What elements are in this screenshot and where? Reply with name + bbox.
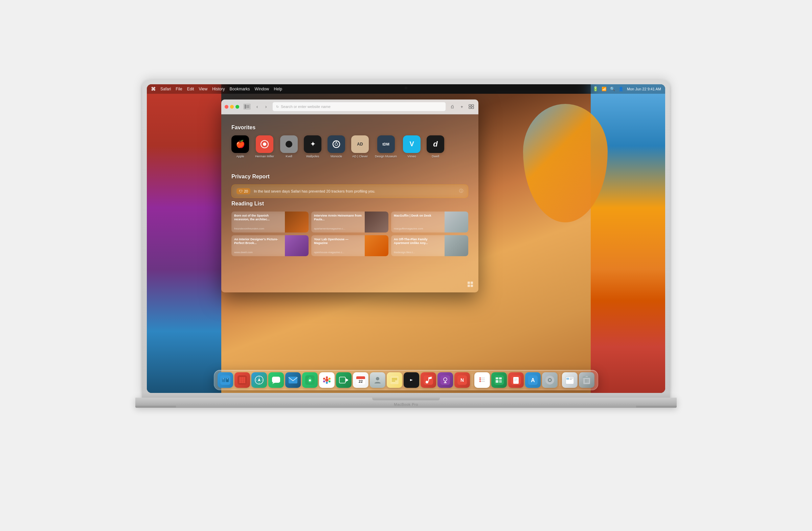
favorite-ad-label: AD | Clever bbox=[352, 155, 368, 158]
dock-maps[interactable] bbox=[302, 372, 318, 388]
reading-item-2[interactable]: Interview Armin Heinemann from Paula... … bbox=[311, 212, 388, 232]
svg-rect-1 bbox=[246, 105, 249, 106]
svg-point-24 bbox=[239, 377, 241, 379]
menu-view[interactable]: View bbox=[199, 87, 207, 91]
menu-window[interactable]: Window bbox=[255, 87, 269, 91]
svg-rect-41 bbox=[289, 377, 298, 384]
reading-title: Reading List bbox=[231, 201, 468, 207]
favorite-ad[interactable]: AD AD | Clever bbox=[351, 135, 369, 158]
reading-item-5[interactable]: Your Lab Openhouse — Magazine openhouse-… bbox=[311, 235, 388, 256]
dock-appstore[interactable]: A bbox=[525, 372, 541, 388]
dock-finder[interactable] bbox=[218, 372, 233, 388]
menu-bookmarks[interactable]: Bookmarks bbox=[230, 87, 250, 91]
address-bar-placeholder[interactable]: Search or enter website name bbox=[281, 104, 442, 109]
dock-podcasts[interactable] bbox=[437, 372, 453, 388]
reading-item-4[interactable]: An Interior Designer's Picture-Perfect B… bbox=[231, 235, 308, 256]
favorite-dm[interactable]: tDM Design Museum bbox=[375, 135, 397, 158]
dock-safari[interactable] bbox=[251, 372, 267, 388]
share-button[interactable]: ⎙ bbox=[449, 103, 456, 110]
menu-file[interactable]: File bbox=[176, 87, 182, 91]
svg-point-57 bbox=[376, 377, 379, 381]
reading-item-3[interactable]: MacGuffin | Desk on Desk macguffinmagazi… bbox=[391, 212, 468, 232]
address-bar[interactable]: ↻ Search or enter website name bbox=[272, 102, 446, 111]
dock-notes[interactable] bbox=[387, 372, 402, 388]
privacy-badge: 🛡 20 bbox=[236, 188, 250, 194]
macbook-lid: ⌘ Safari File Edit View History Bookmark… bbox=[142, 80, 670, 398]
svg-point-27 bbox=[239, 379, 241, 381]
privacy-section: Privacy Report 🛡 20 In the last seven da… bbox=[231, 174, 468, 198]
maximize-button[interactable] bbox=[235, 105, 239, 109]
reading-item-2-thumb bbox=[365, 212, 388, 232]
dock-trash[interactable] bbox=[579, 372, 594, 388]
menubar-search[interactable]: 🔍 bbox=[610, 87, 615, 91]
favorite-vimeo-icon: V bbox=[403, 135, 421, 153]
dock-pages[interactable] bbox=[508, 372, 524, 388]
dock-music[interactable] bbox=[421, 372, 436, 388]
favorite-wallpoles-label: Wallpoles bbox=[306, 155, 319, 158]
favorite-vimeo[interactable]: V Vimeo bbox=[403, 135, 421, 158]
dock-numbers[interactable] bbox=[491, 372, 507, 388]
svg-point-44 bbox=[325, 378, 329, 382]
favorite-kvell[interactable]: Kvell bbox=[280, 135, 298, 158]
customize-button[interactable] bbox=[467, 282, 474, 289]
favorite-monocle[interactable]: Monocle bbox=[328, 135, 345, 158]
svg-point-26 bbox=[243, 377, 245, 379]
wallpaper-left bbox=[147, 84, 221, 393]
dock-appletv[interactable] bbox=[404, 372, 419, 388]
close-button[interactable] bbox=[224, 105, 228, 109]
privacy-card[interactable]: 🛡 20 In the last seven days Safari has p… bbox=[231, 184, 468, 198]
reading-item-1-title: Born out of the Spanish recession, the a… bbox=[234, 214, 282, 222]
menubar-right: 🔋 📶 🔍 👤 Mon Jun 22 9:41 AM bbox=[593, 86, 661, 91]
svg-marker-40 bbox=[272, 383, 275, 384]
svg-rect-6 bbox=[469, 107, 471, 109]
reading-item-5-text: Your Lab Openhouse — Magazine openhouse-… bbox=[311, 235, 365, 256]
back-button[interactable]: ‹ bbox=[253, 103, 261, 110]
dock-messages[interactable] bbox=[268, 372, 284, 388]
svg-point-32 bbox=[243, 381, 245, 383]
reading-item-6[interactable]: An Off-The-Plan Family Apartment Unlike … bbox=[391, 235, 468, 256]
forward-button[interactable]: › bbox=[262, 103, 270, 110]
toolbar-navigation: ‹ › bbox=[253, 103, 270, 110]
tab-overview-button[interactable] bbox=[467, 103, 475, 110]
svg-point-50 bbox=[323, 378, 325, 380]
dock-mail[interactable] bbox=[285, 372, 301, 388]
menubar-battery: 🔋 bbox=[593, 86, 598, 91]
svg-point-43 bbox=[309, 379, 311, 382]
dock-systemprefs[interactable] bbox=[542, 372, 557, 388]
dock-reminders[interactable] bbox=[474, 372, 490, 388]
sidebar-toggle-button[interactable] bbox=[243, 103, 251, 110]
favorite-hermanmiller[interactable]: Herman Miller bbox=[255, 135, 274, 158]
reading-item-5-title: Your Lab Openhouse — Magazine bbox=[314, 238, 362, 245]
reading-grid: Born out of the Spanish recession, the a… bbox=[231, 212, 468, 256]
svg-point-28 bbox=[241, 379, 243, 381]
dock-facetime[interactable] bbox=[336, 372, 351, 388]
svg-point-45 bbox=[326, 376, 328, 378]
screen-content: ⌘ Safari File Edit View History Bookmark… bbox=[147, 84, 665, 393]
favorite-wallpoles[interactable]: ✦ Wallpoles bbox=[304, 135, 321, 158]
macbook-foot-right bbox=[636, 406, 677, 408]
dock-news[interactable]: N bbox=[454, 372, 470, 388]
dock-finder2[interactable] bbox=[562, 372, 578, 388]
reading-item-2-title: Interview Armin Heinemann from Paula... bbox=[314, 214, 362, 222]
favorite-dwell-icon: d bbox=[426, 135, 444, 153]
svg-point-9 bbox=[263, 143, 266, 146]
new-tab-button[interactable]: + bbox=[458, 103, 466, 110]
menu-history[interactable]: History bbox=[212, 87, 224, 91]
apple-menu[interactable]: ⌘ bbox=[151, 86, 156, 92]
favorite-apple[interactable]: 🍎 Apple bbox=[231, 135, 249, 158]
dock-launchpad[interactable] bbox=[234, 372, 250, 388]
dock-photos[interactable] bbox=[319, 372, 335, 388]
toolbar-actions: ⎙ + bbox=[449, 103, 475, 110]
macbook-foot-left bbox=[135, 406, 176, 408]
menu-help[interactable]: Help bbox=[274, 87, 282, 91]
menu-edit[interactable]: Edit bbox=[187, 87, 194, 91]
dock-contacts[interactable] bbox=[370, 372, 386, 388]
menu-app-name[interactable]: Safari bbox=[160, 87, 171, 91]
privacy-title: Privacy Report bbox=[231, 174, 468, 180]
reading-item-1[interactable]: Born out of the Spanish recession, the a… bbox=[231, 212, 308, 232]
minimize-button[interactable] bbox=[230, 105, 234, 109]
favorite-dwell[interactable]: d Dwell bbox=[426, 135, 444, 158]
privacy-info-icon[interactable]: ⓘ bbox=[459, 188, 463, 194]
dock-calendar[interactable]: 22 bbox=[353, 372, 368, 388]
svg-rect-58 bbox=[390, 376, 398, 384]
